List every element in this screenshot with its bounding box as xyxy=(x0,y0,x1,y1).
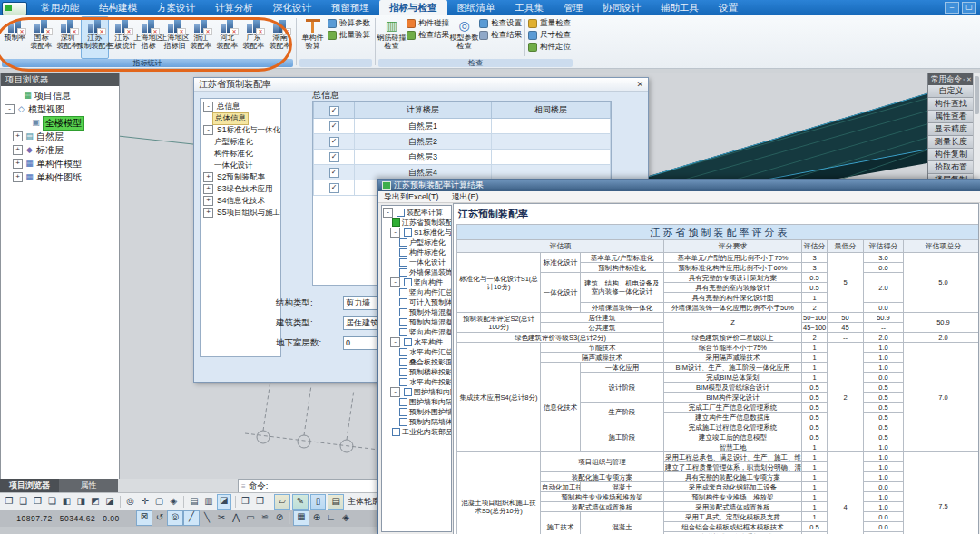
checkbox-icon[interactable] xyxy=(399,358,407,366)
menu-tab[interactable]: 工具集 xyxy=(505,0,554,15)
menu-tab[interactable]: 预留预埋 xyxy=(321,0,379,15)
ribbon-small-button[interactable]: 检查设置 xyxy=(479,18,522,28)
tree-expander-icon[interactable]: - xyxy=(383,208,393,218)
menu-tab[interactable]: 计算分析 xyxy=(205,0,263,15)
menu-item[interactable]: 导出到Excel(T) xyxy=(384,191,439,202)
checkbox-icon[interactable] xyxy=(399,288,407,296)
results-tree-item[interactable]: 预制内隔墙体表面 xyxy=(382,417,451,427)
menu-tab[interactable]: 协同设计 xyxy=(593,0,651,15)
close-icon[interactable]: ✕ xyxy=(966,73,972,85)
checkbox-checked-icon[interactable]: ✓ xyxy=(329,137,339,147)
dialog-tree-item[interactable]: +S4信息化技术 xyxy=(201,195,280,207)
checkbox-icon[interactable] xyxy=(404,338,412,346)
command-button[interactable]: 构件复制 xyxy=(928,149,974,161)
undo-view-icon[interactable]: ↺ xyxy=(152,511,167,525)
maximize-icon[interactable]: ▢ xyxy=(962,2,976,14)
ribbon-button[interactable]: ✕上海地区指标 xyxy=(135,16,162,59)
dialog-title-bar[interactable]: 江苏省预制装配率 ✕ xyxy=(194,78,648,92)
results-tree-item[interactable]: 叠合板投影面积明细 xyxy=(382,357,451,367)
results-tree-item[interactable]: 预制外墙混凝土体积 xyxy=(382,307,451,317)
parallel-icon[interactable]: ≌ xyxy=(258,511,272,525)
results-tree-item[interactable]: 可计入预制体积构件 xyxy=(382,297,451,307)
pin-icon[interactable]: ▫ xyxy=(963,73,965,85)
results-tree-item[interactable]: 外墙保温装饰一体化 xyxy=(382,267,451,277)
checkbox-icon[interactable] xyxy=(404,228,412,237)
tree-expander-icon[interactable]: + xyxy=(13,159,23,169)
command-button[interactable]: 构件查找 xyxy=(928,98,974,111)
results-tree-item[interactable]: 构件标准化 xyxy=(382,248,451,257)
results-title-bar[interactable]: 江苏预制装配率计算结果 xyxy=(378,180,980,191)
command-button[interactable]: 属性查看 xyxy=(928,111,974,123)
ribbon-small-button[interactable]: 构件定位 xyxy=(528,42,571,52)
dialog-tree-item[interactable]: +S2预制装配率 xyxy=(201,171,280,183)
dialog-tree-item[interactable]: +S5项目组织与施工技术 xyxy=(201,207,280,218)
command-button[interactable]: 测量长度 xyxy=(928,136,974,149)
ribbon-button[interactable]: ✕浙江装配率 xyxy=(188,16,214,59)
results-tree-item[interactable]: 预制外围护墙体表面 xyxy=(382,407,451,417)
results-tree-item[interactable]: 预制内墙混凝土体积 xyxy=(382,317,451,327)
checkbox-icon[interactable] xyxy=(399,258,407,267)
selected-report-icon[interactable] xyxy=(392,218,400,227)
menu-tab[interactable]: 深化设计 xyxy=(263,0,321,15)
project-tree-item[interactable]: +◆标准层 xyxy=(1,143,119,157)
ribbon-button[interactable]: ✕湖南装配率 xyxy=(267,16,293,59)
command-button[interactable]: 显示精度 xyxy=(928,123,974,136)
orbit-icon[interactable]: ◎ xyxy=(124,495,137,509)
results-tree-item[interactable]: 水平构件投影面积 xyxy=(382,377,451,387)
checkbox-checked-icon[interactable]: ✓ xyxy=(329,106,339,116)
menu-tab[interactable]: 指标与检查 xyxy=(379,0,447,15)
grid-toggle-icon[interactable]: ▦ xyxy=(293,510,309,526)
view-cube-back-icon[interactable]: ❏ xyxy=(46,495,59,509)
checkbox-icon[interactable] xyxy=(399,368,407,376)
tree-expander-icon[interactable]: - xyxy=(390,228,400,238)
panel-tab[interactable]: 属性 xyxy=(59,479,118,492)
results-tree-item[interactable]: 预制楼梯投影面积 xyxy=(382,367,451,377)
dialog-tree-item[interactable]: 总体信息 xyxy=(201,112,280,124)
checkbox-icon[interactable] xyxy=(392,428,400,436)
view-cube-right-icon[interactable]: ◨ xyxy=(74,495,87,509)
ribbon-button[interactable]: ▥钢筋碰撞检查 xyxy=(378,16,405,59)
results-tree-item[interactable]: 竖向构件汇总表 xyxy=(382,287,451,297)
tree-expander-icon[interactable]: + xyxy=(203,208,213,218)
checkbox-icon[interactable] xyxy=(397,209,405,217)
command-button[interactable]: 拾取布置 xyxy=(928,161,974,174)
checkbox-icon[interactable] xyxy=(399,378,407,386)
project-tree-item[interactable]: +▦单构件图纸 xyxy=(1,170,119,184)
checkbox-cell[interactable]: ✓ xyxy=(314,150,355,165)
edit-mode-toggle[interactable]: ✎ xyxy=(292,494,309,510)
export-view-icon[interactable]: ▤ xyxy=(188,495,201,509)
tree-expander-icon[interactable]: - xyxy=(203,102,213,112)
results-tree-item[interactable]: 竖向构件混凝土体积 xyxy=(382,327,451,337)
ribbon-button[interactable]: ◎模型参数检查 xyxy=(451,16,477,59)
trim-icon[interactable]: ✂ xyxy=(214,511,229,525)
ribbon-small-button[interactable]: 批量验算 xyxy=(328,30,370,40)
project-tree-item[interactable]: -◇模型视图 xyxy=(1,102,119,116)
checkbox-checked-icon[interactable]: ✓ xyxy=(329,168,339,178)
gem-display-icon[interactable]: ◈ xyxy=(338,511,353,525)
crosshair-toggle-icon[interactable]: ⊕ xyxy=(309,511,324,525)
dialog-tree-item[interactable]: 户型标准化 xyxy=(201,136,280,148)
ribbon-small-button[interactable]: 重量检查 xyxy=(528,18,571,28)
view-cube-sw-icon[interactable]: ◩ xyxy=(89,495,102,509)
checkbox-icon[interactable] xyxy=(399,318,407,326)
minimize-icon[interactable]: – xyxy=(945,2,959,14)
view-cube-front-icon[interactable]: ❒ xyxy=(32,495,44,509)
results-tree-item[interactable]: -装配率计算 xyxy=(382,208,451,218)
tree-expander-icon[interactable]: + xyxy=(13,131,23,141)
ribbon-button[interactable]: 单构件验算 xyxy=(299,16,326,59)
select-all-checkbox[interactable]: ✓ xyxy=(314,102,355,119)
tree-expander-icon[interactable]: + xyxy=(13,172,23,182)
zoom-window-icon[interactable]: ▢ xyxy=(153,495,166,509)
region-icon[interactable]: ▭ xyxy=(243,511,258,525)
tree-expander-icon[interactable]: - xyxy=(390,277,400,287)
ribbon-button[interactable]: ✕江苏预制装配率 xyxy=(81,16,109,59)
results-tree-item[interactable]: -竖向构件 xyxy=(382,277,451,287)
results-tree-item[interactable]: 围护墙和内隔墙汇总 xyxy=(382,397,451,407)
wall-display-toggle[interactable]: ▯ xyxy=(310,494,327,510)
panel-tab[interactable]: 项目浏览器 xyxy=(0,479,59,492)
command-button[interactable]: 自定义 xyxy=(928,85,974,98)
tree-expander-icon[interactable]: - xyxy=(390,387,400,397)
view-cube-se-icon[interactable]: ◪ xyxy=(103,495,116,509)
menu-tab[interactable]: 图纸清单 xyxy=(447,0,505,15)
tree-expander-icon[interactable]: + xyxy=(203,172,213,182)
